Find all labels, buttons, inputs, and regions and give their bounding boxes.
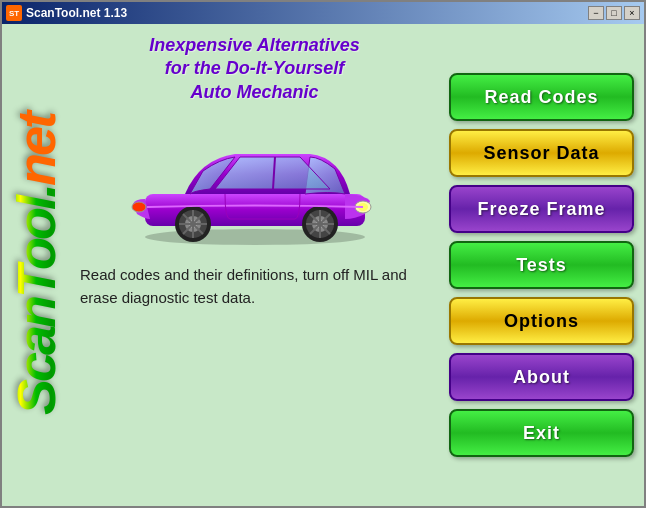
options-button[interactable]: Options — [449, 297, 634, 345]
svg-point-5 — [132, 202, 146, 212]
tests-button[interactable]: Tests — [449, 241, 634, 289]
tagline: Inexpensive Alternatives for the Do-It-Y… — [149, 34, 359, 104]
about-button[interactable]: About — [449, 353, 634, 401]
exit-button[interactable]: Exit — [449, 409, 634, 457]
brand-tld: net — [5, 114, 67, 186]
sensor-data-button[interactable]: Sensor Data — [449, 129, 634, 177]
buttons-area: Read Codes Sensor Data Freeze Frame Test… — [444, 24, 644, 506]
car-svg — [125, 119, 385, 249]
car-image — [125, 114, 385, 254]
main-content: ScanTool.net Inexpensive Alternatives fo… — [2, 24, 644, 506]
read-codes-button[interactable]: Read Codes — [449, 73, 634, 121]
center-area: Inexpensive Alternatives for the Do-It-Y… — [70, 24, 444, 506]
tagline-line2: for the Do-It-Yourself — [165, 58, 344, 78]
window-controls[interactable]: − □ × — [588, 6, 640, 20]
sidebar: ScanTool.net — [2, 24, 70, 506]
close-button[interactable]: × — [624, 6, 640, 20]
tagline-line3: Auto Mechanic — [190, 82, 318, 102]
title-bar-left: ST ScanTool.net 1.13 — [6, 5, 127, 21]
tagline-line1: Inexpensive Alternatives — [149, 35, 359, 55]
freeze-frame-button[interactable]: Freeze Frame — [449, 185, 634, 233]
window-title: ScanTool.net 1.13 — [26, 6, 127, 20]
minimize-button[interactable]: − — [588, 6, 604, 20]
main-window: ST ScanTool.net 1.13 − □ × ScanTool.net … — [0, 0, 646, 508]
app-icon: ST — [6, 5, 22, 21]
brand-text: ScanTool. — [5, 186, 67, 415]
title-bar: ST ScanTool.net 1.13 − □ × — [2, 2, 644, 24]
description-text: Read codes and their definitions, turn o… — [75, 264, 434, 309]
maximize-button[interactable]: □ — [606, 6, 622, 20]
